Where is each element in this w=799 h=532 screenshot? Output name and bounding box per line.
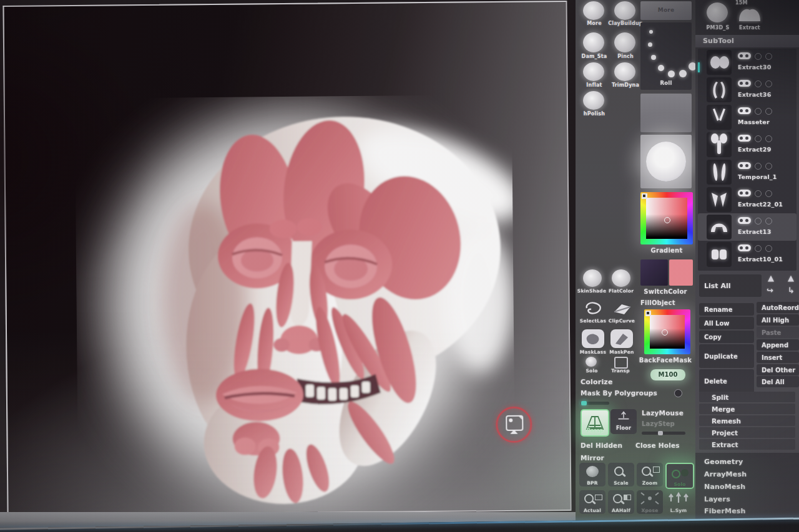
all-low-button[interactable]: All Low (699, 317, 754, 329)
material-selector[interactable] (640, 135, 692, 188)
mirror-button[interactable]: Mirror (581, 454, 604, 462)
delete-button[interactable]: Delete (699, 369, 754, 393)
backfacemask-button[interactable]: BackFaceMask (635, 357, 695, 364)
solo-button[interactable]: Solo (665, 463, 694, 489)
paint-toggle-icon[interactable] (755, 245, 762, 252)
lsym-button[interactable]: L.Sym (665, 490, 692, 514)
selectlasso-button[interactable]: SelectLas (582, 299, 604, 318)
sculpt-viewport[interactable] (2, 1, 571, 516)
clipcurve-button[interactable]: ClipCurve (610, 299, 633, 318)
visibility-eye-icon[interactable] (738, 52, 751, 59)
subtool-up-arrow[interactable]: ▲ (768, 273, 774, 283)
transp-toggle-small[interactable]: Transp (612, 357, 629, 370)
material-skinshade-thumb[interactable] (583, 269, 602, 287)
del-hidden-button[interactable]: Del Hidden (581, 442, 622, 449)
intensity-badge[interactable]: M100 (650, 369, 685, 380)
del-other-button[interactable]: Del Other (757, 364, 799, 375)
subtool-row-selected[interactable]: Extract13 (698, 213, 797, 241)
extract-section[interactable]: Extract (699, 439, 795, 450)
uv-toggle-icon[interactable] (765, 135, 772, 142)
tool-extract-thumb[interactable] (737, 4, 763, 24)
scale-button[interactable]: Scale (608, 463, 634, 486)
colorize-button[interactable]: Colorize (581, 378, 613, 386)
subtool-move-arrow[interactable]: ↪ (767, 286, 773, 295)
merge-section[interactable]: Merge (699, 404, 795, 414)
visibility-eye-icon[interactable] (738, 190, 751, 196)
persp-button[interactable]: Persp (581, 409, 609, 437)
subtool-up-alt-arrow[interactable]: ▲ (788, 273, 794, 283)
masklasso-button[interactable]: MaskLass (582, 329, 604, 349)
gradient-label[interactable]: Gradient (640, 247, 693, 254)
bpr-button[interactable]: BPR (579, 463, 605, 486)
subtool-row[interactable]: Extract36 (698, 76, 797, 104)
paint-toggle-icon[interactable] (755, 163, 762, 170)
layers-palette[interactable]: Layers (704, 495, 730, 503)
uv-toggle-icon[interactable] (765, 53, 772, 60)
alpha-selector[interactable] (640, 94, 692, 132)
record-overlay-ring[interactable] (496, 407, 532, 443)
close-holes-button[interactable]: Close Holes (635, 442, 680, 449)
list-all-button[interactable]: List All (699, 274, 762, 297)
stroke-selector[interactable]: Roll (640, 22, 692, 90)
secondary-color-swatch[interactable] (669, 259, 693, 286)
color-picker[interactable] (640, 192, 693, 244)
paint-toggle-icon[interactable] (755, 218, 762, 225)
aahalf-button[interactable]: AAHalf (608, 490, 634, 514)
stroke-more-button[interactable]: More (640, 1, 692, 20)
subtool-row[interactable]: Extract30 (698, 49, 797, 76)
visibility-eye-icon[interactable] (738, 162, 751, 169)
maskpen-button[interactable]: MaskPen (610, 329, 633, 349)
paint-toggle-icon[interactable] (755, 53, 762, 60)
split-section[interactable]: Split (699, 392, 795, 402)
nanomesh-palette[interactable]: NanoMesh (704, 483, 745, 491)
duplicate-button[interactable]: Duplicate (699, 344, 754, 368)
mask-blur-slider[interactable] (581, 402, 609, 405)
uv-toggle-icon[interactable] (765, 108, 772, 115)
subtool-row[interactable]: Temporal_1 (698, 158, 797, 186)
zoom-button[interactable]: Zoom (637, 463, 663, 486)
visibility-eye-icon[interactable] (738, 244, 751, 251)
edit-pencil-icon[interactable] (765, 190, 772, 197)
paint-toggle-icon[interactable] (755, 190, 762, 197)
fibermesh-palette[interactable]: FiberMesh (704, 507, 746, 515)
uv-toggle-icon[interactable] (765, 163, 772, 170)
uv-toggle-icon[interactable] (765, 245, 772, 252)
xpose-button[interactable]: Xpose (637, 490, 663, 514)
main-color-swatch[interactable] (640, 259, 668, 286)
sculpt-model-skull[interactable] (75, 95, 516, 516)
geometry-palette[interactable]: Geometry (704, 458, 743, 466)
copy-button[interactable]: Copy (699, 331, 754, 343)
autoreorder-button[interactable]: AutoReorder (757, 302, 799, 313)
subtool-row[interactable]: Extract29 (698, 131, 797, 158)
remesh-section[interactable]: Remesh (699, 415, 795, 426)
paint-toggle-icon[interactable] (755, 135, 762, 142)
paint-toggle-icon[interactable] (755, 108, 762, 115)
floor-button[interactable]: Floor (610, 409, 637, 434)
material-flatcolor-thumb[interactable] (612, 269, 630, 287)
rename-button[interactable]: Rename (699, 303, 754, 316)
lazystep-button[interactable]: LazyStep (642, 420, 675, 427)
all-high-button[interactable]: All High (757, 314, 799, 326)
paint-toggle-icon[interactable] (755, 80, 762, 87)
backface-color-picker[interactable] (644, 309, 690, 354)
actual-button[interactable]: Actual (579, 490, 605, 514)
solo-toggle-small[interactable]: Solo (584, 357, 599, 370)
lazystep-slider[interactable] (642, 432, 685, 435)
uv-toggle-icon[interactable] (765, 218, 772, 225)
lazymouse-button[interactable]: LazyMouse (642, 409, 684, 417)
project-section[interactable]: Project (699, 427, 795, 438)
append-button[interactable]: Append (757, 339, 799, 351)
uv-toggle-icon[interactable] (765, 80, 772, 87)
subtool-header[interactable]: SubTool (695, 35, 799, 47)
visibility-eye-icon[interactable] (738, 107, 751, 114)
subtool-row[interactable]: Masseter (698, 104, 797, 131)
paste-button[interactable]: Paste (757, 327, 799, 338)
insert-button[interactable]: Insert (757, 352, 799, 363)
polygroups-value-badge[interactable] (674, 389, 682, 397)
subtool-row[interactable]: Extract10_01 (698, 241, 797, 268)
switchcolor-button[interactable]: SwitchColor (637, 288, 694, 295)
mask-by-polygroups-button[interactable]: Mask By Polygroups (581, 389, 657, 397)
visibility-eye-icon[interactable] (738, 217, 751, 224)
subtool-row[interactable]: Extract22_01 (698, 186, 797, 213)
visibility-eye-icon[interactable] (738, 135, 751, 142)
